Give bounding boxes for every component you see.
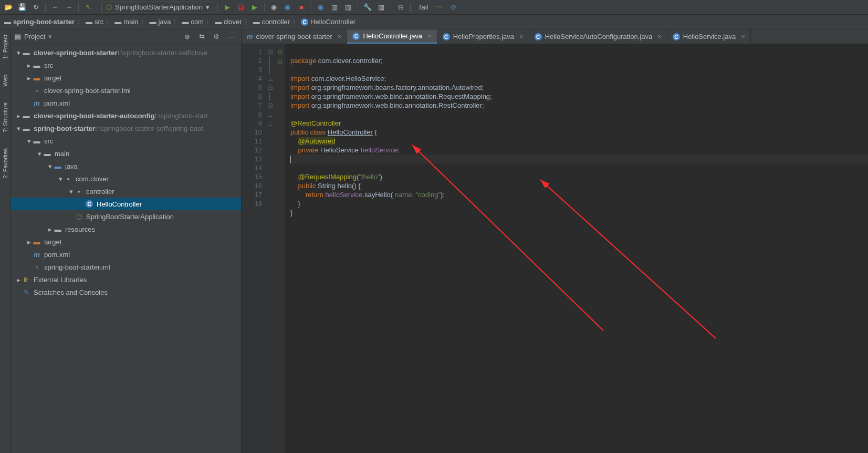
attach-icon[interactable]: ◉ bbox=[281, 1, 294, 14]
tree-row[interactable]: ▾▬src bbox=[11, 135, 241, 147]
run-icon[interactable]: ▶ bbox=[221, 1, 234, 14]
tree-row[interactable]: ▸▬resources bbox=[11, 223, 241, 235]
svg-line-1 bbox=[540, 180, 716, 338]
tree-twistie[interactable]: ▸ bbox=[25, 238, 33, 246]
tree-label: clover-spring-boot-starter-autoconfig bbox=[34, 112, 154, 120]
code-editor[interactable]: 123456789101112131415161718 ⊟││⊥⊟│⊟⊥⊥ ⬡⬡… bbox=[242, 44, 868, 453]
tree-twistie[interactable]: ▾ bbox=[15, 125, 22, 132]
tree-row[interactable]: ⬡SpringBootStarterApplication bbox=[11, 210, 241, 223]
breadcrumb-item[interactable]: ▬com bbox=[182, 18, 204, 26]
close-icon[interactable]: × bbox=[519, 33, 524, 40]
debug-icon[interactable]: 🐞 bbox=[235, 1, 247, 14]
breadcrumb-item[interactable]: ▬src bbox=[86, 18, 103, 26]
structure-icon[interactable]: ▦ bbox=[375, 1, 388, 14]
gear-icon[interactable]: ⚙ bbox=[211, 31, 222, 43]
editor-tab[interactable]: CHelloService.java× bbox=[667, 29, 751, 44]
editor-tab[interactable]: CHelloController.java× bbox=[347, 29, 437, 44]
close-icon[interactable]: × bbox=[338, 33, 342, 40]
tree-row[interactable]: ▸▬src bbox=[11, 59, 241, 71]
hide-icon[interactable]: — bbox=[225, 31, 237, 43]
tree-twistie[interactable]: ▸ bbox=[25, 61, 33, 69]
tree-row[interactable]: ▾▬main bbox=[11, 147, 241, 160]
folder-icon: ▬ bbox=[43, 149, 51, 158]
profiler-icon[interactable]: ◉ bbox=[268, 1, 280, 14]
tree-twistie[interactable]: ▸ bbox=[15, 276, 22, 284]
tree-row[interactable]: ▾▪com.clover bbox=[11, 172, 241, 185]
folder-icon: ▬ bbox=[33, 61, 41, 69]
breadcrumb-item[interactable]: ▬main bbox=[114, 18, 138, 26]
open-icon[interactable]: 📂 bbox=[2, 1, 15, 14]
tree-row[interactable]: ▸▬target bbox=[11, 71, 241, 84]
breadcrumb-separator: 〉 bbox=[141, 17, 148, 27]
close-icon[interactable]: × bbox=[657, 33, 662, 40]
tree-row[interactable]: ▫spring-boot-starter.iml bbox=[11, 261, 241, 273]
tree-row[interactable]: mpom.xml bbox=[11, 97, 241, 109]
breadcrumb-item[interactable]: ▬clover bbox=[215, 18, 242, 26]
project-panel-header: ▤ Project ▾ ⊕ ⇆ ⚙ — bbox=[11, 29, 241, 44]
tree-twistie[interactable]: ▾ bbox=[25, 137, 33, 145]
vcs-icon[interactable]: ⎘ bbox=[394, 1, 407, 14]
layout2-icon[interactable]: ▥ bbox=[342, 1, 354, 14]
wrench-icon[interactable]: 🔧 bbox=[361, 1, 374, 14]
tree-twistie[interactable]: ▾ bbox=[57, 175, 64, 183]
stop-icon[interactable]: ■ bbox=[295, 1, 308, 14]
undo-icon[interactable]: ← bbox=[49, 1, 61, 14]
close-icon[interactable]: × bbox=[741, 33, 745, 40]
breadcrumb-item[interactable]: ▬java bbox=[150, 18, 171, 26]
main-toolbar: 📂 💾 ↻ ← → ↖ ⬡ SpringBootStarterApplicati… bbox=[0, 0, 868, 15]
cancel-icon[interactable]: ⊘ bbox=[447, 1, 459, 14]
fold-gutter[interactable]: ⊟││⊥⊟│⊟⊥⊥ bbox=[265, 44, 275, 453]
tool-icon[interactable]: ◉ bbox=[315, 1, 327, 14]
tree-twistie[interactable]: ▸ bbox=[25, 74, 33, 82]
tab-label: clover-spring-boot-starter bbox=[256, 33, 332, 40]
layout-icon[interactable]: ▥ bbox=[328, 1, 341, 14]
tree-row[interactable]: ▸⊪External Libraries bbox=[11, 273, 241, 286]
editor-tab[interactable]: CHelloProperties.java× bbox=[437, 29, 529, 44]
tree-row[interactable]: ▸▬clover-spring-boot-starter-autoconfig … bbox=[11, 109, 241, 122]
tree-label: target bbox=[44, 74, 61, 82]
coverage-icon[interactable]: ▶ bbox=[248, 1, 261, 14]
chart-icon[interactable]: 〰 bbox=[433, 1, 446, 14]
build-icon[interactable]: ↖ bbox=[82, 1, 95, 14]
tree-label: com.clover bbox=[76, 175, 109, 183]
redo-icon[interactable]: → bbox=[62, 1, 75, 14]
breadcrumb-item[interactable]: ▬controller bbox=[253, 18, 290, 26]
tree-twistie[interactable]: ▾ bbox=[46, 162, 54, 170]
breadcrumb-label: java bbox=[159, 18, 171, 26]
editor-tab[interactable]: mclover-spring-boot-starter× bbox=[242, 29, 347, 44]
tree-twistie[interactable]: ▾ bbox=[15, 49, 22, 57]
project-panel-title[interactable]: Project bbox=[24, 33, 45, 40]
tree-row[interactable]: CHelloController bbox=[11, 198, 241, 210]
tree-twistie[interactable]: ▾ bbox=[67, 188, 75, 195]
tree-label: SpringBootStarterApplication bbox=[86, 213, 174, 221]
tree-twistie[interactable]: ▸ bbox=[46, 225, 54, 233]
tail-label[interactable]: Tail bbox=[414, 3, 433, 11]
code-content[interactable]: package com.clover.controller; import co… bbox=[285, 44, 868, 453]
tree-row[interactable]: ▾▬spring-boot-starter I:\springboot-star… bbox=[11, 122, 241, 135]
close-icon[interactable]: × bbox=[427, 32, 432, 40]
tree-twistie[interactable]: ▾ bbox=[36, 150, 43, 158]
chevron-down-icon[interactable]: ▾ bbox=[48, 33, 52, 40]
editor-tab[interactable]: CHelloServiceAutoConfiguration.java× bbox=[529, 29, 667, 44]
tree-row[interactable]: ▾▬clover-spring-boot-starter I:\springbo… bbox=[11, 46, 241, 59]
tree-label: spring-boot-starter.iml bbox=[44, 263, 110, 271]
tree-row[interactable]: ▫clover-spring-boot-starter.iml bbox=[11, 84, 241, 97]
run-config-selector[interactable]: ⬡ SpringBootStarterApplication ▾ bbox=[101, 2, 214, 13]
project-tree[interactable]: ▾▬clover-spring-boot-starter I:\springbo… bbox=[11, 44, 241, 453]
tree-row[interactable]: ▸▬target bbox=[11, 235, 241, 248]
side-tab-web[interactable]: Web bbox=[1, 71, 9, 89]
side-tab-project[interactable]: 1: Project bbox=[1, 32, 9, 62]
tree-row[interactable]: mpom.xml bbox=[11, 248, 241, 261]
locate-icon[interactable]: ⊕ bbox=[181, 31, 193, 43]
tree-row[interactable]: ▾▬java bbox=[11, 160, 241, 172]
refresh-icon[interactable]: ↻ bbox=[29, 1, 42, 14]
breadcrumb-item[interactable]: CHelloController bbox=[301, 18, 355, 26]
side-tab-favorites[interactable]: 2: Favorites bbox=[1, 145, 9, 181]
tree-row[interactable]: ▾▪controller bbox=[11, 185, 241, 198]
collapse-icon[interactable]: ⇆ bbox=[196, 31, 207, 43]
save-icon[interactable]: 💾 bbox=[16, 1, 28, 14]
tree-row[interactable]: ✎Scratches and Consoles bbox=[11, 286, 241, 298]
side-tab-structure[interactable]: 7: Structure bbox=[1, 99, 9, 136]
breadcrumb-item[interactable]: ▬spring-boot-starter bbox=[4, 18, 75, 26]
tree-twistie[interactable]: ▸ bbox=[15, 112, 22, 120]
